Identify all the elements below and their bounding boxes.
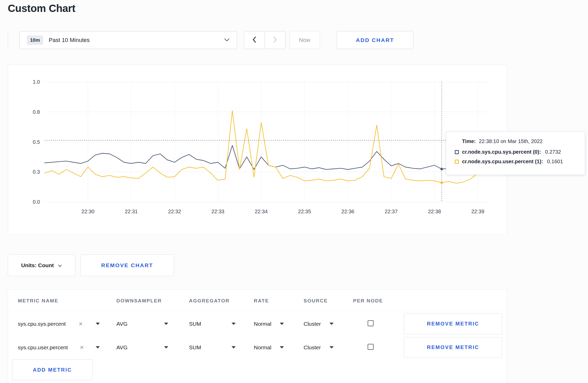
tooltip-series-name: cr.node.sys.cpu.user.percent (1): xyxy=(462,159,543,165)
svg-text:22:39: 22:39 xyxy=(471,209,484,214)
source-select[interactable]: Cluster xyxy=(304,321,334,327)
caret-down-icon xyxy=(232,323,236,325)
tooltip-series-value: 0.2732 xyxy=(545,149,561,155)
caret-down-icon xyxy=(96,346,100,349)
time-range-select[interactable]: 10m Past 10 Minutes xyxy=(19,31,237,49)
tooltip-row: cr.node.sys.cpu.user.percent (1): 0.1601 xyxy=(455,159,578,165)
col-header-downsampler: DOWNSAMPLER xyxy=(116,298,189,304)
rate-select[interactable]: Normal xyxy=(254,344,284,351)
rate-select[interactable]: Normal xyxy=(254,321,284,327)
aggregator-label: SUM xyxy=(189,344,201,351)
svg-text:0.3: 0.3 xyxy=(33,169,40,175)
timeseries-chart[interactable]: 0.00.30.50.81.022:3022:3122:3222:3322:34… xyxy=(8,65,507,235)
downsampler-label: AVG xyxy=(116,321,128,327)
tooltip-time: Time:22:38:10 on Mar 15th, 2022 xyxy=(455,138,578,144)
svg-text:22:35: 22:35 xyxy=(298,209,311,214)
svg-text:22:31: 22:31 xyxy=(125,209,138,214)
toolbar: 10m Past 10 Minutes Now ADD CHART xyxy=(8,31,413,49)
chevron-right-icon xyxy=(273,36,277,44)
time-range-badge: 10m xyxy=(27,36,43,45)
col-header-source: SOURCE xyxy=(304,298,353,304)
svg-text:0.0: 0.0 xyxy=(33,199,40,205)
aggregator-label: SUM xyxy=(189,321,201,327)
col-header-per-node: PER NODE xyxy=(353,298,404,304)
chevron-left-icon xyxy=(252,36,257,44)
svg-text:0.5: 0.5 xyxy=(33,139,40,145)
units-select-button[interactable]: Units: Count xyxy=(8,254,75,276)
chart-tooltip: Time:22:38:10 on Mar 15th, 2022 cr.node.… xyxy=(446,131,585,175)
tooltip-series-value: 0.1601 xyxy=(547,159,563,165)
caret-down-icon xyxy=(280,323,284,325)
rate-label: Normal xyxy=(254,321,271,327)
col-header-metric-name: METRIC NAME xyxy=(18,298,116,304)
downsampler-select[interactable]: AVG xyxy=(116,321,168,327)
svg-text:22:38: 22:38 xyxy=(428,209,441,214)
add-metric-button[interactable]: ADD METRIC xyxy=(12,359,93,380)
chart-card: 0.00.30.50.81.022:3022:3122:3222:3322:34… xyxy=(8,65,507,235)
time-range-label: Past 10 Minutes xyxy=(49,37,90,44)
tooltip-series-name: cr.node.sys.cpu.sys.percent (0): xyxy=(462,149,541,155)
metric-row: sys.cpu.sys.percent ✕ AVG SUM Normal Clu… xyxy=(8,312,507,336)
remove-chart-button[interactable]: REMOVE CHART xyxy=(80,254,174,276)
source-label: Cluster xyxy=(304,321,321,327)
metric-name-label: sys.cpu.user.percent xyxy=(18,344,68,351)
svg-text:22:33: 22:33 xyxy=(211,209,224,214)
toolbar-divider xyxy=(8,31,8,49)
tooltip-time-label: Time: xyxy=(462,138,476,144)
svg-text:22:34: 22:34 xyxy=(255,209,268,214)
caret-down-icon xyxy=(164,346,168,349)
metric-name-select[interactable]: sys.cpu.user.percent ✕ xyxy=(18,344,100,351)
tooltip-swatch-1 xyxy=(455,160,459,164)
downsampler-select[interactable]: AVG xyxy=(116,344,168,351)
source-label: Cluster xyxy=(304,344,321,351)
clear-metric-icon[interactable]: ✕ xyxy=(79,321,83,327)
now-button[interactable]: Now xyxy=(289,31,320,49)
source-select[interactable]: Cluster xyxy=(304,344,334,351)
caret-down-icon xyxy=(330,346,334,349)
rate-label: Normal xyxy=(254,344,271,351)
svg-text:22:36: 22:36 xyxy=(341,209,354,214)
tooltip-time-value: 22:38:10 on Mar 15th, 2022 xyxy=(479,138,543,144)
caret-down-icon xyxy=(164,323,168,325)
remove-metric-button[interactable]: REMOVE METRIC xyxy=(404,337,502,358)
svg-text:22:37: 22:37 xyxy=(385,209,398,214)
caret-down-icon xyxy=(232,346,236,349)
page-title: Custom Chart xyxy=(8,3,75,14)
svg-text:22:32: 22:32 xyxy=(168,209,181,214)
chart-controls: Units: Count REMOVE CHART xyxy=(8,254,174,276)
remove-metric-button[interactable]: REMOVE METRIC xyxy=(404,314,502,334)
metric-name-label: sys.cpu.sys.percent xyxy=(18,321,66,327)
col-header-aggregator: AGGREGATOR xyxy=(189,298,254,304)
aggregator-select[interactable]: SUM xyxy=(189,321,236,327)
per-node-checkbox[interactable] xyxy=(368,320,374,326)
tooltip-row: cr.node.sys.cpu.sys.percent (0): 0.2732 xyxy=(455,149,578,155)
metric-row: sys.cpu.user.percent ✕ AVG SUM Normal Cl… xyxy=(8,336,507,359)
caret-down-icon xyxy=(96,323,100,325)
per-node-checkbox[interactable] xyxy=(368,344,374,350)
clear-metric-icon[interactable]: ✕ xyxy=(80,344,84,351)
col-header-rate: RATE xyxy=(254,298,304,304)
svg-text:22:30: 22:30 xyxy=(81,209,94,214)
prev-time-button[interactable] xyxy=(244,31,265,49)
add-chart-button[interactable]: ADD CHART xyxy=(337,31,413,49)
downsampler-label: AVG xyxy=(116,344,128,351)
metrics-table-header: METRIC NAME DOWNSAMPLER AGGREGATOR RATE … xyxy=(8,290,507,312)
caret-down-icon xyxy=(330,323,334,325)
chevron-down-icon xyxy=(224,38,230,42)
metrics-table: METRIC NAME DOWNSAMPLER AGGREGATOR RATE … xyxy=(8,289,507,383)
aggregator-select[interactable]: SUM xyxy=(189,344,236,351)
caret-down-icon xyxy=(280,346,284,349)
units-label: Units: Count xyxy=(21,262,54,268)
chevron-down-icon xyxy=(58,262,62,268)
time-nav-group xyxy=(244,31,285,49)
tooltip-swatch-0 xyxy=(455,150,459,154)
next-time-button[interactable] xyxy=(265,31,285,49)
svg-text:0.8: 0.8 xyxy=(33,109,40,115)
metric-name-select[interactable]: sys.cpu.sys.percent ✕ xyxy=(18,321,100,327)
svg-text:1.0: 1.0 xyxy=(33,79,40,85)
